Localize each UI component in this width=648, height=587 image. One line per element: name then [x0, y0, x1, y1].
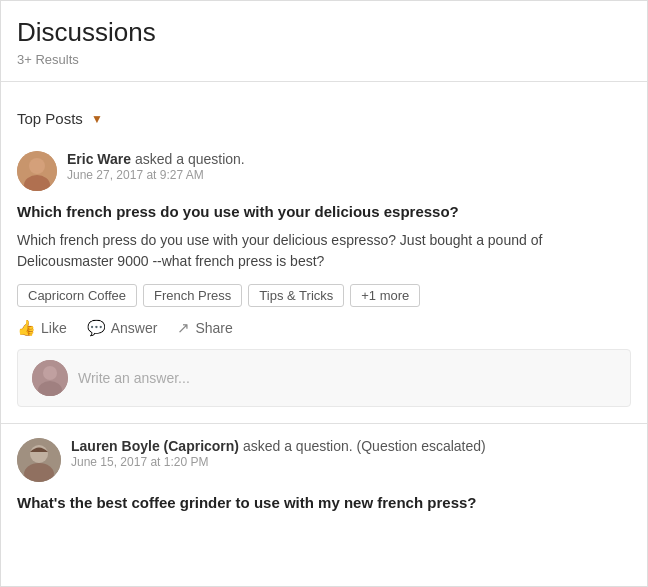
share-icon: ↗	[177, 319, 190, 337]
top-posts-label: Top Posts	[17, 110, 83, 127]
top-posts-bar[interactable]: Top Posts ▼	[17, 98, 631, 141]
post-item-2: Lauren Boyle (Capricorn) asked a questio…	[17, 438, 631, 525]
post-title-1: Which french press do you use with your …	[17, 201, 631, 222]
post-meta-2: Lauren Boyle (Capricorn) asked a questio…	[71, 438, 486, 469]
post-item-1: Eric Ware asked a question. June 27, 201…	[17, 141, 631, 407]
answer-placeholder[interactable]: Write an answer...	[78, 370, 190, 386]
like-label: Like	[41, 320, 67, 336]
answer-button[interactable]: 💬 Answer	[87, 319, 158, 337]
svg-point-3	[31, 160, 43, 172]
post-divider	[1, 423, 647, 424]
like-icon: 👍	[17, 319, 36, 337]
page-title: Discussions	[17, 17, 631, 48]
tag-tips-tricks[interactable]: Tips & Tricks	[248, 284, 344, 307]
post-header-2: Lauren Boyle (Capricorn) asked a questio…	[17, 438, 631, 482]
answer-avatar	[32, 360, 68, 396]
share-label: Share	[195, 320, 232, 336]
tags-row-1: Capricorn Coffee French Press Tips & Tri…	[17, 284, 631, 307]
tag-more[interactable]: +1 more	[350, 284, 420, 307]
post-header-1: Eric Ware asked a question. June 27, 201…	[17, 151, 631, 191]
post-date-2: June 15, 2017 at 1:20 PM	[71, 455, 486, 469]
share-button[interactable]: ↗ Share	[177, 319, 232, 337]
svg-point-5	[43, 366, 57, 380]
post-author-1: Eric Ware asked a question.	[67, 151, 245, 167]
results-count: 3+ Results	[17, 52, 631, 67]
avatar-eric	[17, 151, 57, 191]
post-date-1: June 27, 2017 at 9:27 AM	[67, 168, 245, 182]
post-body-1: Which french press do you use with your …	[17, 230, 631, 272]
answer-label: Answer	[111, 320, 158, 336]
actions-row-1: 👍 Like 💬 Answer ↗ Share	[17, 319, 631, 349]
avatar-lauren	[17, 438, 61, 482]
post-meta-1: Eric Ware asked a question. June 27, 201…	[67, 151, 245, 182]
post-title-2: What's the best coffee grinder to use wi…	[17, 492, 631, 513]
dropdown-arrow-icon[interactable]: ▼	[91, 112, 103, 126]
answer-icon: 💬	[87, 319, 106, 337]
tag-french-press[interactable]: French Press	[143, 284, 242, 307]
answer-input-box[interactable]: Write an answer...	[17, 349, 631, 407]
post-author-2: Lauren Boyle (Capricorn) asked a questio…	[71, 438, 486, 454]
tag-capricorn[interactable]: Capricorn Coffee	[17, 284, 137, 307]
like-button[interactable]: 👍 Like	[17, 319, 67, 337]
